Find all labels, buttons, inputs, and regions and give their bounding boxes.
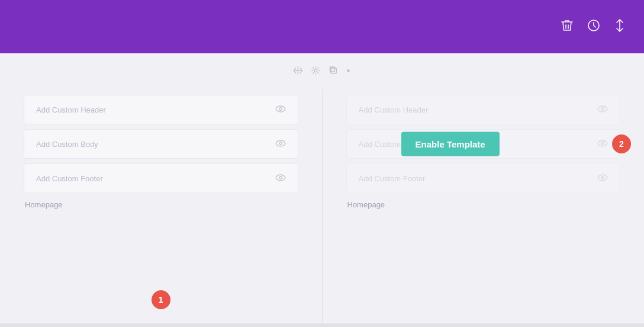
svg-point-9 [601, 177, 604, 179]
right-body-wrapper: Add Custom Body Enable Template 2 [346, 129, 621, 159]
reorder-icon[interactable] [614, 19, 625, 35]
left-body-eye-icon[interactable] [275, 139, 286, 149]
left-footer-label: Add Custom Footer [36, 174, 103, 183]
bottom-divider [0, 323, 644, 327]
svg-point-4 [279, 108, 281, 110]
left-footer-card: Add Custom Footer [24, 164, 298, 193]
right-column-inner: Add Custom Header Add Custom Body [346, 95, 621, 209]
svg-rect-2 [331, 68, 336, 73]
right-footer-eye-icon[interactable] [597, 174, 608, 183]
history-icon[interactable] [587, 19, 600, 35]
delete-icon[interactable] [561, 19, 573, 35]
right-header-card: Add Custom Header [346, 95, 621, 124]
right-homepage-label: Homepage [346, 200, 621, 209]
step-badge-2[interactable]: 2 [612, 134, 631, 153]
left-column: Add Custom Header Add Custom Body [0, 89, 323, 327]
enable-template-button[interactable]: Enable Template [401, 132, 500, 156]
toolbar-row: • [293, 65, 350, 78]
svg-point-5 [279, 142, 281, 145]
more-icon[interactable]: • [346, 65, 350, 78]
svg-point-8 [601, 142, 604, 145]
left-header-label: Add Custom Header [36, 105, 106, 114]
main-content: • Add Custom Header Add Custom Body [0, 53, 644, 327]
svg-point-1 [314, 69, 317, 72]
columns-container: Add Custom Header Add Custom Body [0, 53, 644, 327]
right-body-eye-icon[interactable] [597, 139, 608, 149]
right-column: Add Custom Header Add Custom Body [323, 89, 645, 327]
step-badge-1[interactable]: 1 [152, 290, 170, 309]
left-header-card: Add Custom Header [24, 95, 298, 124]
move-icon[interactable] [293, 66, 302, 78]
left-header-eye-icon[interactable] [275, 105, 286, 114]
left-body-card: Add Custom Body [24, 129, 298, 159]
svg-point-6 [279, 177, 281, 179]
right-header-label: Add Custom Header [359, 105, 429, 114]
left-footer-eye-icon[interactable] [275, 174, 286, 183]
settings-icon[interactable] [311, 66, 320, 78]
header-bar [0, 0, 644, 53]
duplicate-icon[interactable] [329, 66, 338, 78]
right-footer-card: Add Custom Footer [346, 164, 621, 193]
svg-point-7 [601, 108, 604, 110]
right-footer-label: Add Custom Footer [359, 174, 426, 183]
left-body-label: Add Custom Body [36, 140, 98, 149]
left-homepage-label: Homepage [24, 200, 298, 209]
right-header-eye-icon[interactable] [597, 105, 608, 114]
